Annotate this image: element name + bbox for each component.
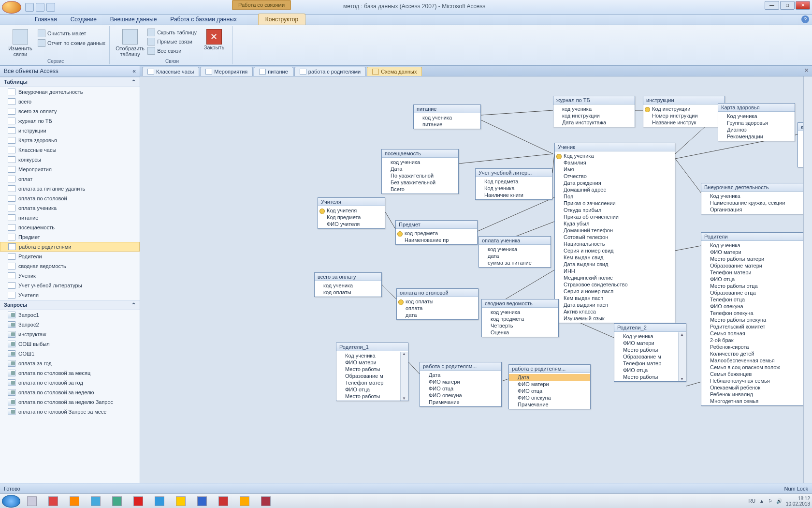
table-field[interactable]: дата: [397, 312, 478, 318]
table-box-header[interactable]: Родители: [701, 233, 810, 241]
table-field[interactable]: ФИО учителя: [318, 221, 385, 227]
table-field[interactable]: Имя: [555, 166, 675, 173]
table-box-header[interactable]: Предмет: [396, 221, 477, 229]
maximize-button[interactable]: □: [780, 1, 795, 10]
clear-layout-button[interactable]: Очистить макет: [38, 29, 105, 38]
start-button[interactable]: [2, 495, 20, 508]
table-field[interactable]: ФИО матери: [420, 378, 501, 385]
table-field[interactable]: код ученика: [482, 309, 558, 315]
table-field[interactable]: Домашний адрес: [555, 186, 675, 193]
table-field[interactable]: код оплаты: [397, 298, 478, 305]
table-field[interactable]: Образование матери: [701, 262, 810, 269]
table-box-header[interactable]: Родители_1: [336, 343, 408, 351]
table-field[interactable]: Код учителя: [318, 207, 385, 214]
tray-flag-icon[interactable]: ▲: [759, 498, 764, 504]
close-rel-button[interactable]: ✕ Закрыть: [200, 27, 229, 57]
table-field[interactable]: ИНН: [555, 268, 675, 274]
table-field[interactable]: Дата рождения: [555, 179, 675, 186]
table-field[interactable]: Наиличие книги: [476, 192, 552, 198]
table-field[interactable]: Ребенок-сирота: [701, 344, 810, 350]
table-box[interactable]: Карта здоровьяКод ученикаГруппа здоровья…: [718, 103, 795, 141]
ribbon-tab-db[interactable]: Работа с базами данных: [163, 14, 243, 25]
table-field[interactable]: Серия и номер свид: [555, 247, 675, 254]
table-box[interactable]: журнал по ТБкод ученикакод инструкцииДат…: [553, 96, 635, 127]
nav-item[interactable]: оплата по столовой за неделю Запрос: [0, 397, 140, 407]
table-field[interactable]: Код ученика: [614, 333, 686, 340]
taskbar-access-icon[interactable]: [256, 495, 276, 507]
table-field[interactable]: Телефон отца: [701, 296, 810, 303]
show-table-button[interactable]: Отобразить таблицу: [116, 27, 145, 57]
nav-item[interactable]: журнал по ТБ: [0, 116, 140, 126]
table-field[interactable]: Дата: [420, 372, 501, 378]
taskbar-media-icon[interactable]: [44, 495, 63, 507]
table-field[interactable]: Кем выдан пасп: [555, 295, 675, 301]
nav-item[interactable]: оплата по столовой Запрос за месс: [0, 407, 140, 417]
table-field[interactable]: Сотовый телефон: [555, 234, 675, 240]
table-field[interactable]: код ученика: [382, 159, 458, 165]
ribbon-tab-context-design[interactable]: Конструктор: [258, 14, 305, 25]
table-field[interactable]: ФИО отца: [614, 367, 686, 374]
table-box[interactable]: УченикКод ученикаФамилияИмяОтчествоДата …: [554, 143, 675, 323]
table-field[interactable]: Дата инструктажа: [553, 119, 635, 126]
table-field[interactable]: Малообеспеченная семья: [701, 357, 810, 364]
table-field[interactable]: сумма за питание: [479, 259, 551, 266]
table-field[interactable]: Код предмета: [476, 178, 552, 185]
table-field[interactable]: ФИО отца: [701, 276, 810, 283]
table-field[interactable]: ФИО матери: [336, 359, 408, 366]
table-field[interactable]: Без уважительной: [382, 179, 458, 186]
table-field[interactable]: Телефон матер: [614, 360, 686, 367]
table-box-header[interactable]: Внеурочная деятельность: [701, 183, 807, 192]
nav-header[interactable]: Все объекты Access«: [0, 66, 140, 77]
table-box-header[interactable]: инструкции: [643, 96, 725, 105]
table-box-header[interactable]: Учителя: [318, 198, 385, 206]
tray-lang[interactable]: RU: [749, 498, 755, 504]
table-box-header[interactable]: работа с родителям...: [509, 365, 590, 373]
table-field[interactable]: Код ученика: [555, 152, 675, 159]
doc-tab[interactable]: Схема данных: [367, 67, 422, 76]
nav-item[interactable]: оплата за год: [0, 359, 140, 368]
table-field[interactable]: Организация: [701, 206, 807, 213]
nav-item[interactable]: Родители: [0, 252, 140, 261]
taskbar-explorer-icon[interactable]: [22, 495, 42, 507]
table-field[interactable]: ФИО опекуна: [420, 392, 501, 399]
table-field[interactable]: Код ученика: [701, 193, 807, 199]
table-box[interactable]: инструкцииКод инструкцииНомер инструкции…: [643, 96, 725, 127]
table-field[interactable]: Оценка: [482, 329, 558, 336]
table-field[interactable]: код ученика: [479, 246, 551, 253]
table-scrollbar[interactable]: [678, 332, 686, 381]
table-box[interactable]: Внеурочная деятельностьКод ученикаНаимен…: [701, 183, 807, 214]
nav-group-header[interactable]: Таблицы⌃: [0, 77, 140, 87]
table-box[interactable]: УчителяКод учителяКод предметаФИО учител…: [318, 197, 385, 229]
table-box-header[interactable]: журнал по ТБ: [553, 96, 635, 105]
nav-item[interactable]: ООШ1: [0, 349, 140, 359]
taskbar-app4-icon[interactable]: [235, 495, 254, 507]
table-field[interactable]: Семья в соц опасном полож: [701, 364, 810, 371]
table-box[interactable]: РодителиКод ученикаФИО материМесто работ…: [701, 232, 810, 406]
table-field[interactable]: ФИО отца: [420, 385, 501, 392]
table-field[interactable]: ФИО матери: [701, 249, 810, 255]
qat-redo-icon[interactable]: [46, 3, 55, 12]
table-box[interactable]: питаниекод ученикапитание: [413, 105, 481, 129]
table-field[interactable]: Приказ о зачислении: [555, 200, 675, 207]
relationship-report-button[interactable]: Отчет по схеме данных: [38, 39, 105, 47]
table-field[interactable]: Четверть: [482, 322, 558, 329]
table-field[interactable]: Отчество: [555, 173, 675, 179]
table-box-header[interactable]: всего за оплату: [315, 273, 381, 281]
minimize-button[interactable]: —: [765, 1, 779, 10]
table-field[interactable]: Примечание: [420, 399, 501, 405]
table-box-header[interactable]: Учет учебной литер...: [476, 169, 552, 177]
table-field[interactable]: Место работы: [336, 366, 408, 373]
table-field[interactable]: Дата: [509, 374, 590, 381]
table-field[interactable]: Образование м: [614, 353, 686, 360]
nav-item[interactable]: оплата по столовой за год: [0, 378, 140, 388]
table-box-header[interactable]: сводная ведомость: [482, 299, 558, 308]
nav-item[interactable]: питание: [0, 213, 140, 223]
taskbar-app-icon[interactable]: [65, 495, 84, 507]
table-field[interactable]: Место работы отца: [701, 283, 810, 289]
nav-item[interactable]: Карта здоровья: [0, 135, 140, 145]
table-box-header[interactable]: Ученик: [555, 143, 675, 151]
table-field[interactable]: код предмета: [482, 315, 558, 322]
doc-tab[interactable]: работа с родителями: [294, 67, 366, 76]
table-field[interactable]: ФИО отца: [509, 388, 590, 394]
table-field[interactable]: Всего: [382, 186, 458, 193]
